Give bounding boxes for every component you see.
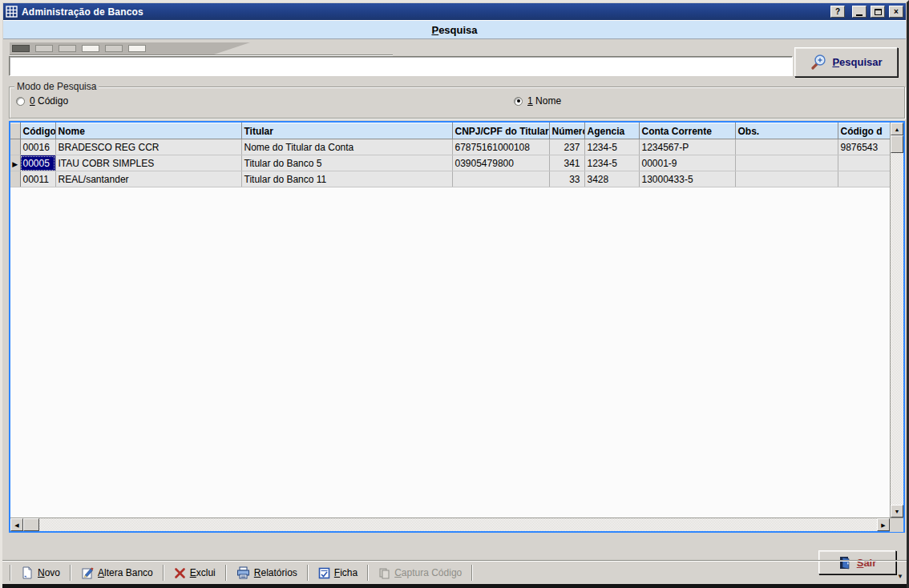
cell-nome[interactable]: BRADESCO REG CCR	[55, 139, 241, 155]
cell-titular[interactable]: Nome do Titular da Conta	[241, 139, 452, 155]
radio-codigo-circle	[16, 97, 25, 106]
header-obs[interactable]: Obs.	[735, 123, 838, 139]
tab-pesquisa-label: esquisa	[438, 24, 477, 36]
banks-grid: Código Nome Titular CNPJ/CPF do Titular …	[9, 121, 905, 533]
new-document-icon	[21, 566, 34, 579]
cell-conta[interactable]: 1234567-P	[639, 139, 735, 155]
cell-codigo-d[interactable]	[838, 171, 890, 187]
pesquisar-button[interactable]: Pesquisar	[794, 47, 898, 77]
header-codigo-d[interactable]: Código d	[838, 123, 890, 139]
novo-accel: N	[38, 567, 45, 578]
cell-codigo-d[interactable]: 9876543	[838, 139, 890, 155]
form-check-icon	[318, 567, 330, 579]
cell-codigo-d[interactable]	[838, 155, 890, 171]
exclui-button[interactable]: Exclui	[167, 564, 223, 582]
header-codigo[interactable]: Código	[20, 123, 55, 139]
minimize-icon	[856, 14, 863, 16]
radio-codigo-label: Código	[35, 95, 68, 107]
header-agencia[interactable]: Agencia	[584, 123, 639, 139]
cell-titular[interactable]: Titular do Banco 5	[241, 155, 452, 171]
cell-agencia[interactable]: 1234-5	[584, 139, 639, 155]
cell-codigo[interactable]: 00016	[20, 139, 55, 155]
maximize-icon	[875, 9, 882, 15]
radio-nome[interactable]: 1 Nome	[514, 95, 561, 107]
row-indicator	[10, 171, 20, 187]
cell-conta[interactable]: 00001-9	[639, 155, 735, 171]
edit-pencil-icon	[81, 566, 94, 579]
cell-cnpj[interactable]: 67875161000108	[452, 139, 549, 155]
search-input[interactable]	[9, 56, 793, 76]
scroll-down-icon[interactable]: ▼	[891, 505, 903, 518]
cell-agencia[interactable]: 3428	[584, 171, 639, 187]
minimize-button[interactable]	[852, 6, 867, 18]
horizontal-scrollbar[interactable]: ◀ ▶	[10, 518, 890, 531]
horizontal-scroll-track[interactable]	[39, 518, 877, 531]
cell-obs[interactable]	[735, 155, 838, 171]
cell-numero[interactable]: 341	[549, 155, 584, 171]
help-button[interactable]: ?	[830, 6, 845, 18]
toolbar-separator	[367, 565, 369, 581]
copy-icon	[378, 567, 390, 579]
cell-obs[interactable]	[735, 171, 838, 187]
tab-pesquisa[interactable]: Pesquisa	[3, 20, 906, 39]
cell-cnpj[interactable]	[452, 171, 549, 187]
vertical-scrollbar[interactable]: ▲ ▼	[890, 123, 903, 518]
cell-nome[interactable]: ITAU COBR SIMPLES	[55, 155, 241, 171]
cell-obs[interactable]	[735, 139, 838, 155]
table-row-selected[interactable]: ▶ 00005 ITAU COBR SIMPLES Titular do Ban…	[10, 155, 890, 171]
header-conta-corrente[interactable]: Conta Corrente	[639, 123, 735, 139]
window-title: Administração de Bancos	[22, 6, 826, 18]
header-numero[interactable]: Número	[549, 123, 584, 139]
cell-numero[interactable]: 237	[549, 139, 584, 155]
toolbar-separator	[70, 565, 71, 581]
altera-banco-button[interactable]: Altera Banco	[74, 564, 160, 582]
table-row[interactable]: 00011 REAL/santander Titular do Banco 11…	[10, 171, 890, 187]
close-button[interactable]: ×	[889, 6, 903, 18]
cell-cnpj[interactable]: 03905479800	[452, 155, 549, 171]
cell-titular[interactable]: Titular do Banco 11	[241, 171, 452, 187]
scroll-right-icon[interactable]: ▶	[877, 518, 890, 531]
altera-accel: A	[98, 567, 104, 578]
cell-numero[interactable]: 33	[549, 171, 584, 187]
toolbar-separator	[163, 565, 164, 581]
cell-nome[interactable]: REAL/santander	[55, 171, 241, 187]
exit-door-icon	[838, 556, 852, 570]
corner-arrow-icon: ▼	[897, 573, 903, 580]
cell-agencia[interactable]: 1234-5	[584, 155, 639, 171]
bottom-toolbar: Novo Altera Banco Exclui	[7, 563, 475, 582]
header-nome[interactable]: Nome	[55, 123, 241, 139]
captura-accel: C	[394, 567, 402, 578]
table-row[interactable]: 00016 BRADESCO REG CCR Nome do Titular d…	[10, 139, 890, 155]
app-window: Administração de Bancos ? × Pesquisa	[0, 0, 909, 588]
toolbar-separator	[471, 565, 473, 581]
pesquisar-label: esquisar	[839, 56, 882, 68]
printer-icon	[236, 566, 250, 579]
cell-codigo[interactable]: 00011	[20, 171, 55, 187]
vertical-scroll-thumb[interactable]	[891, 135, 903, 153]
radio-codigo[interactable]: 0 Código	[16, 95, 68, 107]
header-titular[interactable]: Titular	[241, 123, 452, 139]
horizontal-scroll-thumb[interactable]	[23, 518, 39, 531]
maximize-button[interactable]	[871, 6, 885, 18]
search-mode-legend: Modo de Pesquisa	[14, 81, 99, 92]
captura-label: aptura Código	[402, 567, 462, 578]
captura-codigo-button[interactable]: Captura Código	[371, 564, 469, 582]
relatorios-button[interactable]: Relatórios	[229, 564, 305, 582]
novo-button[interactable]: Novo	[14, 564, 67, 582]
vertical-scroll-track[interactable]	[891, 153, 903, 505]
exclui-label: xclui	[196, 567, 216, 578]
banks-table: Código Nome Titular CNPJ/CPF do Titular …	[10, 123, 890, 187]
artifact-box	[59, 45, 76, 52]
header-cnpj[interactable]: CNPJ/CPF do Titular	[452, 123, 549, 139]
ficha-label: icha	[340, 567, 358, 578]
artifact-boxes	[12, 45, 146, 52]
scroll-left-icon[interactable]: ◀	[10, 518, 23, 531]
delete-x-icon	[174, 567, 186, 579]
row-indicator	[10, 139, 20, 155]
ficha-button[interactable]: Ficha	[311, 564, 365, 582]
scrollbar-corner	[890, 518, 903, 532]
cell-conta[interactable]: 13000433-5	[639, 171, 735, 187]
sair-button[interactable]: Sair	[818, 550, 896, 574]
scroll-up-icon[interactable]: ▲	[891, 123, 903, 135]
cell-codigo-selected[interactable]: 00005	[20, 155, 55, 171]
